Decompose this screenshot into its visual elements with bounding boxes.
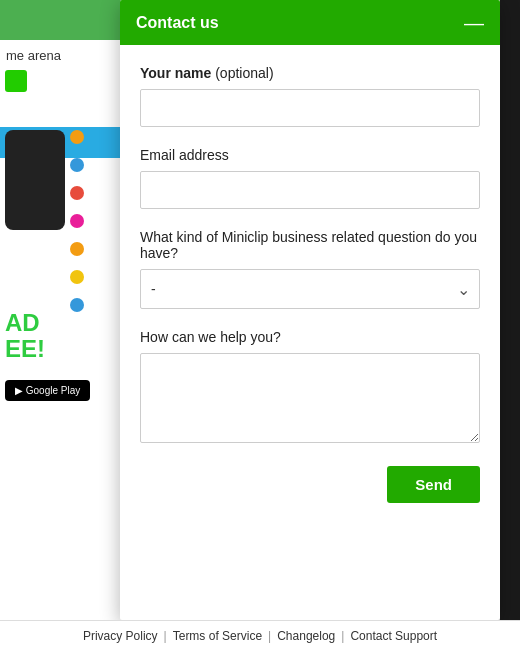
email-input[interactable] xyxy=(140,171,480,209)
footer-contact-support-link[interactable]: Contact Support xyxy=(350,629,437,643)
close-button[interactable]: — xyxy=(464,13,484,33)
dot-yellow xyxy=(70,270,84,284)
dots-container xyxy=(70,130,84,312)
game-name-text: me arena xyxy=(0,44,129,67)
left-panel: me arena BILE! AD EE! ▶ Google Play xyxy=(0,0,130,620)
name-input[interactable] xyxy=(140,89,480,127)
footer-terms-link[interactable]: Terms of Service xyxy=(173,629,262,643)
footer-sep-2: | xyxy=(268,629,271,643)
right-dark-strip xyxy=(500,0,520,620)
green-rect xyxy=(5,70,27,92)
footer: Privacy Policy | Terms of Service | Chan… xyxy=(0,620,520,651)
name-label: Your name (optional) xyxy=(140,65,480,81)
send-button-row: Send xyxy=(140,466,480,503)
name-form-group: Your name (optional) xyxy=(140,65,480,127)
email-label: Email address xyxy=(140,147,480,163)
footer-privacy-link[interactable]: Privacy Policy xyxy=(83,629,158,643)
footer-sep-1: | xyxy=(164,629,167,643)
question-label: What kind of Miniclip business related q… xyxy=(140,229,480,261)
dot-blue xyxy=(70,158,84,172)
email-form-group: Email address xyxy=(140,147,480,209)
help-form-group: How can we help you? xyxy=(140,329,480,446)
modal-header: Contact us — xyxy=(120,0,500,45)
google-play-button[interactable]: ▶ Google Play xyxy=(5,380,90,401)
footer-sep-3: | xyxy=(341,629,344,643)
modal-body: Your name (optional) Email address What … xyxy=(120,45,500,620)
help-textarea[interactable] xyxy=(140,353,480,443)
question-form-group: What kind of Miniclip business related q… xyxy=(140,229,480,309)
dot-pink xyxy=(70,214,84,228)
dot-blue2 xyxy=(70,298,84,312)
left-panel-header xyxy=(0,0,129,40)
ad-text: AD EE! xyxy=(5,310,45,363)
dot-orange2 xyxy=(70,242,84,256)
footer-changelog-link[interactable]: Changelog xyxy=(277,629,335,643)
contact-modal: Contact us — Your name (optional) Email … xyxy=(120,0,500,620)
send-button[interactable]: Send xyxy=(387,466,480,503)
phone-image xyxy=(5,130,65,230)
help-label: How can we help you? xyxy=(140,329,480,345)
modal-title: Contact us xyxy=(136,14,219,32)
question-select[interactable]: - General inquiry Technical support Busi… xyxy=(140,269,480,309)
question-select-wrapper: - General inquiry Technical support Busi… xyxy=(140,269,480,309)
dot-orange xyxy=(70,130,84,144)
dot-red xyxy=(70,186,84,200)
